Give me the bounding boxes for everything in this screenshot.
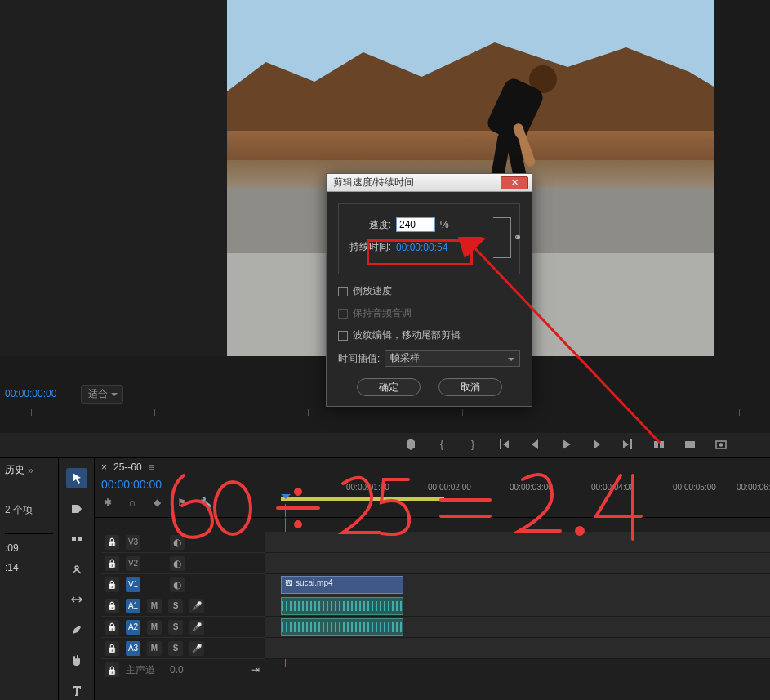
- timeline-panel: × 25--60 ≡ 00:00:00:00 ✱ ∩ ◆ ⚑ 🔧 00:00:0…: [95, 458, 770, 700]
- insert-icon[interactable]: [652, 438, 665, 451]
- step-back-icon[interactable]: [528, 438, 541, 451]
- zoom-fit-select[interactable]: 适合: [81, 385, 123, 404]
- play-icon[interactable]: [559, 438, 572, 451]
- ok-button[interactable]: 确定: [357, 378, 421, 396]
- eye-icon[interactable]: [170, 577, 185, 592]
- row-tc-2[interactable]: :14: [5, 562, 53, 573]
- cancel-button[interactable]: 取消: [438, 378, 502, 396]
- link-speed-duration-icon[interactable]: [493, 217, 511, 258]
- source-ruler[interactable]: [0, 406, 770, 421]
- track-a2-lane[interactable]: [265, 617, 770, 638]
- track-a1-header[interactable]: A1 M S: [101, 595, 265, 617]
- audio-clip-a2[interactable]: [281, 618, 403, 636]
- track-v1-lane[interactable]: sucai.mp4: [265, 574, 770, 595]
- speed-unit: %: [440, 219, 449, 230]
- close-tab-x[interactable]: ×: [101, 461, 107, 473]
- audio-clip-a1[interactable]: [281, 597, 403, 615]
- go-in-icon[interactable]: [497, 438, 510, 451]
- mic-icon[interactable]: [189, 599, 204, 613]
- ripple-checkbox[interactable]: [338, 331, 348, 341]
- svg-point-4: [719, 443, 723, 446]
- track-a2-header[interactable]: A2 M S: [101, 617, 265, 638]
- history-tab[interactable]: 历史: [5, 463, 53, 477]
- svg-rect-0: [654, 441, 658, 448]
- export-frame-icon[interactable]: [714, 438, 728, 451]
- overwrite-icon[interactable]: [683, 438, 697, 451]
- track-a1-lane[interactable]: [265, 595, 770, 617]
- track-v2-lane[interactable]: [265, 553, 770, 574]
- track-v3-lane[interactable]: [265, 532, 770, 553]
- mute-button[interactable]: M: [147, 620, 162, 635]
- master-label: 主声道: [126, 663, 155, 677]
- eye-icon[interactable]: [170, 556, 185, 571]
- track-v3-header[interactable]: V3: [101, 532, 265, 553]
- hand-tool[interactable]: [66, 649, 87, 670]
- track-a3-label[interactable]: A3: [126, 641, 140, 656]
- solo-button[interactable]: S: [168, 641, 183, 656]
- dialog-titlebar[interactable]: 剪辑速度/持续时间 ✕: [327, 174, 532, 192]
- reverse-label: 倒放速度: [353, 284, 392, 298]
- master-track[interactable]: 主声道 0.0: [101, 659, 265, 680]
- track-a3-lane[interactable]: [265, 638, 770, 659]
- track-v2-header[interactable]: V2: [101, 553, 265, 574]
- speed-label: 速度:: [347, 218, 391, 232]
- speed-input[interactable]: [396, 217, 435, 232]
- type-tool[interactable]: [66, 680, 87, 700]
- razor-tool[interactable]: [66, 559, 87, 579]
- duration-value[interactable]: 00:00:00:54: [396, 242, 447, 253]
- lock-icon[interactable]: [105, 535, 119, 550]
- sequence-tab[interactable]: × 25--60 ≡: [101, 461, 154, 473]
- in-bracket-icon[interactable]: {: [435, 438, 448, 451]
- reverse-checkbox[interactable]: [338, 287, 348, 296]
- go-out-icon[interactable]: [621, 438, 634, 451]
- out-bracket-icon[interactable]: }: [466, 438, 479, 451]
- track-v3-label[interactable]: V3: [126, 535, 140, 550]
- mic-icon[interactable]: [189, 641, 204, 656]
- work-area-bar[interactable]: [281, 497, 444, 501]
- row-tc-1[interactable]: :09: [5, 542, 53, 554]
- mic-icon[interactable]: [189, 620, 204, 635]
- solo-button[interactable]: S: [168, 620, 183, 635]
- ripple-label: 波纹编辑，移动尾部剪辑: [353, 328, 461, 342]
- slip-tool[interactable]: [66, 589, 87, 609]
- tool-palette: [59, 458, 95, 700]
- lock-icon[interactable]: [105, 620, 119, 635]
- track-v1-label[interactable]: V1: [126, 577, 140, 592]
- selection-tool[interactable]: [66, 468, 87, 488]
- close-button[interactable]: ✕: [501, 176, 528, 189]
- jump-icon[interactable]: [251, 664, 260, 675]
- track-v2-label[interactable]: V2: [126, 556, 140, 571]
- mute-button[interactable]: M: [147, 599, 162, 613]
- transport-bar: { }: [404, 435, 728, 454]
- video-clip[interactable]: sucai.mp4: [281, 576, 403, 594]
- track-a3-header[interactable]: A3 M S: [101, 638, 265, 659]
- track-v1-header[interactable]: V1: [101, 574, 265, 595]
- items-count: 2 个项: [5, 503, 53, 517]
- step-fwd-icon[interactable]: [590, 438, 603, 451]
- left-panel-dark: [0, 0, 227, 356]
- source-timecode[interactable]: 00:00:00:00: [5, 388, 56, 399]
- track-select-tool[interactable]: [66, 498, 87, 519]
- pen-tool[interactable]: [66, 619, 87, 640]
- lock-icon[interactable]: [105, 641, 119, 656]
- marker-icon[interactable]: [404, 438, 417, 451]
- svg-rect-1: [660, 441, 664, 448]
- eye-icon[interactable]: [170, 535, 185, 550]
- interp-select[interactable]: 帧采样: [385, 350, 520, 367]
- lock-icon[interactable]: [105, 599, 119, 613]
- solo-button[interactable]: S: [168, 599, 183, 613]
- pitch-label: 保持音频音调: [353, 306, 412, 320]
- interp-label: 时间插值:: [338, 352, 380, 366]
- master-level: 0.0: [170, 664, 184, 675]
- track-a1-label[interactable]: A1: [126, 599, 140, 613]
- lock-icon[interactable]: [105, 662, 119, 677]
- mute-button[interactable]: M: [147, 641, 162, 656]
- lock-icon[interactable]: [105, 556, 119, 571]
- speed-duration-dialog: 剪辑速度/持续时间 ✕ 速度: % 持续时间: 00:00:00:54 倒放速度…: [326, 173, 532, 407]
- lock-icon[interactable]: [105, 577, 119, 592]
- track-a2-label[interactable]: A2: [126, 620, 140, 635]
- ripple-tool[interactable]: [66, 528, 87, 549]
- duration-label: 持续时间:: [347, 240, 391, 254]
- pitch-checkbox: [338, 309, 348, 319]
- timeline-ruler[interactable]: 00:00:01:00 00:00:02:00 00:00:03:00 00:0…: [101, 483, 770, 504]
